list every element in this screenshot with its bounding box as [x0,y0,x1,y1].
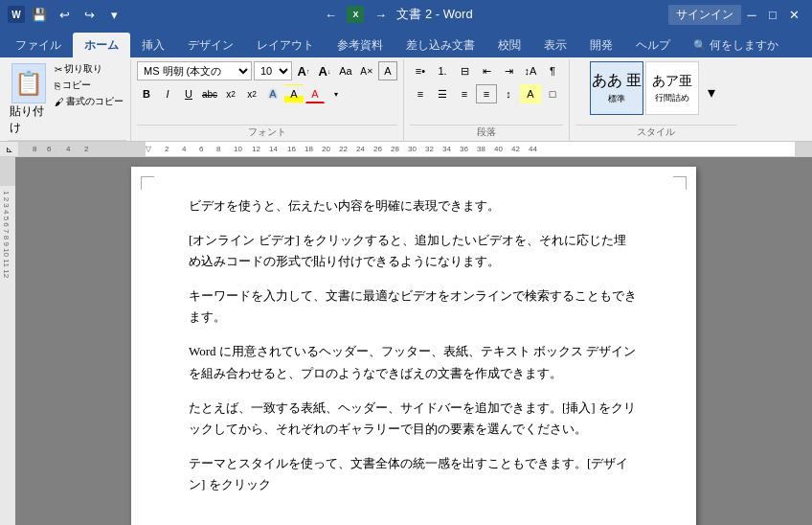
page-scroll[interactable]: ビデオを使うと、伝えたい内容を明確に表現できます。 [オンライン ビデオ] をク… [15,157,812,525]
paragraph-6[interactable]: テーマとスタイルを使って、文書全体の統一感を出すこともできます。[デザイン] を… [189,453,639,495]
ruler-label: 14 [269,145,278,153]
ruler-label: 8 [33,145,36,153]
ruler-label: 4 [182,145,186,153]
styles-content: ああ 亜 標準 あア亜 行間詰め ▾ [590,61,722,123]
paragraph-3[interactable]: キーワードを入力して、文書に最適なビデオをオンラインで検索することもできます。 [189,285,639,328]
ribbon-tabs: ファイル ホーム 挿入 デザイン レイアウト 参考資料 差し込み文書 校閲 表示… [0,29,812,57]
ruler-corner[interactable]: ⊾ [0,142,19,156]
back-button[interactable]: ← [320,4,341,25]
save-button[interactable]: 💾 [29,4,50,25]
style-compact[interactable]: あア亜 行間詰め [645,61,699,115]
ruler-label: 10 [234,145,242,153]
tab-home[interactable]: ホーム [73,33,130,57]
tab-view[interactable]: 表示 [532,33,578,57]
ruler-label: 40 [494,145,503,153]
word-icon: W [8,6,25,23]
customize-button[interactable]: ▾ [103,4,124,25]
increase-indent-button[interactable]: ⇥ [498,61,519,80]
change-case-button[interactable]: Aa [336,61,355,80]
border-button[interactable]: □ [542,84,563,103]
style-normal-label: 標準 [608,93,625,105]
paragraph-1[interactable]: ビデオを使うと、伝えたい内容を明確に表現できます。 [189,195,639,217]
tab-mailings[interactable]: 差し込み文書 [395,33,486,57]
excel-icon: X [347,6,364,23]
tab-help[interactable]: ヘルプ [624,33,682,57]
bullets-button[interactable]: ≡• [410,61,431,80]
document-title: 文書 2 - Word [396,6,472,23]
align-right-button[interactable]: ≡ [454,84,475,103]
font-group: MS 明朝 (本文の 10 A↑ A↓ Aa A✕ A B I U abc x2… [131,59,404,141]
copy-button[interactable]: ⎘コピー [52,78,126,93]
ruler-indent: ▽ [146,145,151,153]
paragraph-5[interactable]: たとえば、一致する表紙、ヘッダー、サイドバーを追加できます。[挿入] をクリック… [189,398,639,440]
styles-more-button[interactable]: ▾ [701,82,722,102]
underline-button[interactable]: U [179,84,198,103]
numbering-button[interactable]: 1. [432,61,453,80]
signin-button[interactable]: サインイン [668,5,741,25]
decrease-indent-button[interactable]: ⇤ [476,61,497,80]
subscript-button[interactable]: x2 [221,84,240,103]
tab-review[interactable]: 校閲 [486,33,532,57]
tab-design[interactable]: デザイン [176,33,245,57]
ruler-label: 24 [356,145,365,153]
font-dialog-button[interactable]: A [378,61,397,80]
align-center-button[interactable]: ☰ [432,84,453,103]
multilevel-button[interactable]: ⊟ [454,61,475,80]
font-color-button[interactable]: A [305,84,325,103]
paragraph-4[interactable]: Word に用意されているヘッダー、フッター、表紙、テキスト ボックス デザイン… [189,341,639,383]
style-normal-preview: ああ 亜 [592,71,642,91]
document-page[interactable]: ビデオを使うと、伝えたい内容を明確に表現できます。 [オンライン ビデオ] をク… [131,167,696,525]
bold-button[interactable]: B [137,84,156,103]
ruler-area: ⊾ 8 6 4 2 ▽ 2 4 6 8 10 12 14 16 18 20 22… [0,142,812,157]
cut-button[interactable]: ✂切り取り [52,61,126,77]
corner-tr [673,176,687,190]
tab-insert[interactable]: 挿入 [130,33,176,57]
increase-font-button[interactable]: A↑ [294,61,313,80]
show-formatting-button[interactable]: ¶ [542,61,563,80]
document-area: 1 2 3 4 5 6 7 8 9 10 11 12 ビデオを使うと、伝えたい内… [0,157,812,525]
tab-search[interactable]: 🔍何をしますか [682,33,790,57]
highlight-button[interactable]: A [284,84,304,103]
line-spacing-button[interactable]: ↕ [498,84,519,103]
ruler-label: 34 [442,145,451,153]
ruler-label: 42 [511,145,520,153]
justify-button[interactable]: ≡ [476,84,497,103]
sort-button[interactable]: ↕A [520,61,541,80]
ruler-label: 20 [322,145,330,153]
corner-tl [141,176,154,190]
strikethrough-button[interactable]: abc [200,84,219,103]
minimize-button[interactable]: ─ [741,4,762,25]
decrease-font-button[interactable]: A↓ [315,61,334,80]
forward-button[interactable]: → [370,4,391,25]
clear-format-button[interactable]: A✕ [357,61,376,80]
close-button[interactable]: ✕ [783,4,804,25]
style-compact-preview: あア亜 [652,73,692,90]
paste-button[interactable]: 📋 貼り付け [8,61,50,138]
style-normal[interactable]: ああ 亜 標準 [590,61,643,115]
style-compact-label: 行間詰め [655,92,689,104]
font-content: MS 明朝 (本文の 10 A↑ A↓ Aa A✕ A B I U abc x2… [137,61,397,123]
font-name-select[interactable]: MS 明朝 (本文の [137,61,252,80]
ruler-label: 28 [391,145,399,153]
tab-references[interactable]: 参考資料 [326,33,395,57]
maximize-button[interactable]: □ [762,4,783,25]
ruler-label: 32 [425,145,434,153]
ruler-label: 36 [460,145,468,153]
font-color-arrow[interactable]: ▾ [327,84,346,103]
redo-button[interactable]: ↪ [79,4,100,25]
tab-layout[interactable]: レイアウト [245,33,326,57]
italic-button[interactable]: I [158,84,177,103]
shading-button[interactable]: A [520,84,541,103]
text-effect-button[interactable]: A [263,84,282,103]
undo-button[interactable]: ↩ [54,4,75,25]
paragraph-group: ≡• 1. ⊟ ⇤ ⇥ ↕A ¶ ≡ ☰ ≡ ≡ ↕ A □ 段落 [404,59,570,141]
format-painter-button[interactable]: 🖌書式のコピー [52,94,126,109]
tab-file[interactable]: ファイル [4,33,73,57]
align-left-button[interactable]: ≡ [410,84,431,103]
paragraph-2[interactable]: [オンライン ビデオ] をクリックすると、追加したいビデオを、それに応じた埋め込… [189,230,639,272]
font-size-select[interactable]: 10 [254,61,292,80]
clipboard-content: 📋 貼り付け ✂切り取り ⎘コピー 🖌書式のコピー [8,61,126,138]
tab-developer[interactable]: 開発 [578,33,624,57]
superscript-button[interactable]: x2 [242,84,261,103]
paste-label: 貼り付け [10,103,48,136]
